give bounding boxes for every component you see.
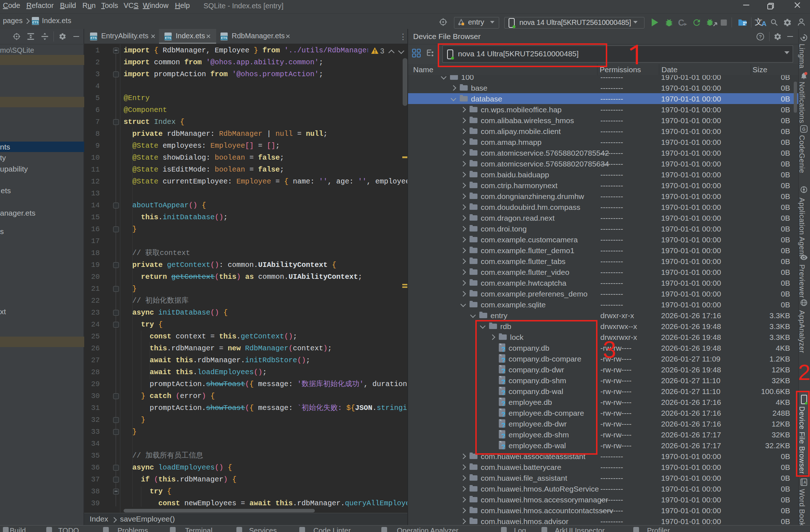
svg-text:?: ? <box>759 34 762 39</box>
svg-text:G: G <box>802 127 805 132</box>
svg-text:A: A <box>803 480 806 484</box>
